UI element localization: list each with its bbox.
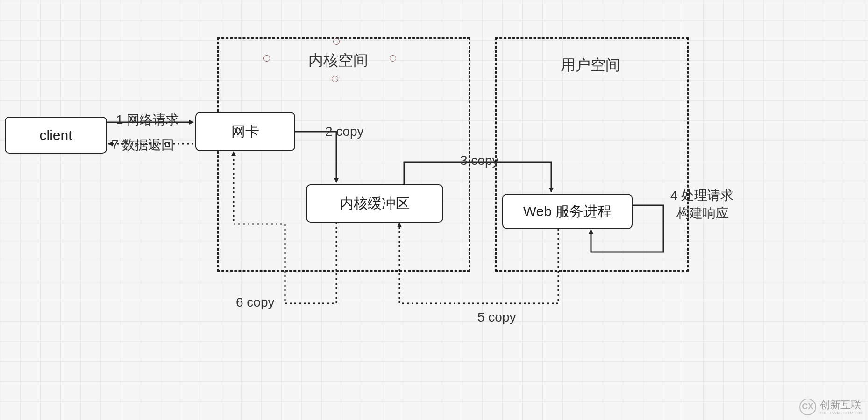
edge-4-selfloop	[591, 205, 663, 252]
edge-7-label: 7 数据返回	[111, 136, 174, 154]
edge-5-label: 5 copy	[477, 310, 516, 325]
watermark-icon-text: CX	[802, 402, 813, 412]
edge-6-copy	[234, 152, 336, 303]
edge-6-label: 6 copy	[236, 295, 275, 310]
edge-5-copy	[399, 223, 558, 303]
watermark-icon: CX	[799, 399, 816, 415]
edge-1-label: 1 网络请求	[116, 111, 179, 129]
watermark-sub: CXHLWM.COM.CN	[820, 411, 862, 415]
edge-4-label-line2: 构建响应	[676, 204, 729, 222]
edge-4-label-line1: 4 处理请求	[670, 187, 733, 204]
edge-3-label: 3 copy	[460, 153, 499, 168]
edge-2-copy	[294, 132, 336, 182]
watermark: CX 创新互联 CXHLWM.COM.CN	[799, 398, 862, 415]
watermark-text: 创新互联	[820, 398, 862, 412]
edge-2-label: 2 copy	[325, 124, 364, 139]
